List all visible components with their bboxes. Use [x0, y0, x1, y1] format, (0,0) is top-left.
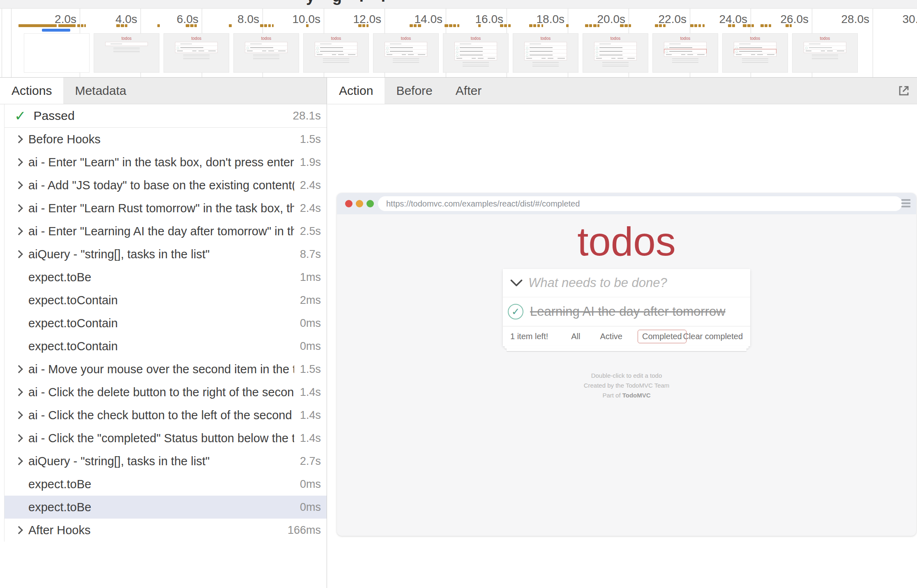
film-strip-thumbnail[interactable]: todos — [373, 33, 439, 73]
thumbnail-card — [175, 42, 218, 53]
filter-active[interactable]: Active — [596, 330, 627, 343]
open-snapshot-button[interactable] — [891, 78, 917, 104]
action-time-mark — [366, 24, 369, 27]
tab-before[interactable]: Before — [385, 78, 444, 104]
traffic-light-minimize[interactable] — [356, 200, 363, 207]
action-time-mark — [268, 24, 271, 27]
todomvc-link[interactable]: TodoMVC — [622, 392, 651, 399]
action-row[interactable]: expect.toContain2ms — [5, 289, 327, 312]
expand-chevron-icon[interactable] — [14, 251, 28, 257]
action-row-label: After Hooks — [28, 524, 282, 537]
action-row[interactable]: expect.toBe1ms — [5, 266, 327, 289]
action-row[interactable]: After Hooks166ms — [5, 519, 327, 542]
film-strip-thumbnail[interactable]: todos — [164, 33, 229, 73]
timeline-tick-label: 4.0s — [88, 13, 137, 26]
action-row-duration: 1.9s — [300, 156, 321, 169]
action-row[interactable]: expect.toContain0ms — [5, 312, 327, 335]
action-time-mark — [529, 24, 532, 27]
expand-chevron-icon[interactable] — [14, 458, 28, 464]
action-row-duration: 2.4s — [300, 179, 321, 192]
film-strip-thumbnail[interactable]: todos — [303, 33, 369, 73]
timeline[interactable]: 2.0s4.0s6.0s8.0s10.0s12.0s14.0s16.0s18.0… — [0, 9, 917, 78]
film-strip-thumbnail[interactable]: todos — [652, 33, 718, 73]
action-row-duration: 0ms — [300, 478, 321, 491]
thumbnail-info-lines — [812, 55, 838, 59]
film-strip-thumbnail[interactable]: todos — [722, 33, 788, 73]
action-row[interactable]: ai - Click the check button to the left … — [5, 404, 327, 427]
thumbnail-todos-title: todos — [234, 37, 299, 41]
filter-all[interactable]: All — [567, 330, 585, 343]
action-time-mark — [698, 24, 701, 27]
action-row[interactable]: ai - Move your mouse over the second ite… — [5, 358, 327, 381]
tab-after[interactable]: After — [444, 78, 493, 104]
thumbnail-card — [105, 42, 148, 46]
film-strip-thumbnail[interactable]: todos — [513, 33, 578, 73]
filter-completed[interactable]: Completed — [638, 330, 687, 343]
expand-chevron-icon[interactable] — [14, 182, 28, 188]
action-row[interactable]: ai - Enter "Learning AI the day after to… — [5, 220, 327, 243]
action-time-mark — [751, 24, 754, 27]
address-bar[interactable]: https://todomvc.com/examples/react/dist/… — [378, 196, 902, 211]
traffic-light-zoom[interactable] — [366, 200, 374, 207]
action-time-mark — [533, 24, 536, 27]
action-row[interactable]: expect.toBe0ms — [5, 496, 327, 519]
action-row[interactable]: Before Hooks1.5s — [5, 128, 327, 151]
film-strip-thumbnail[interactable]: todos — [443, 33, 509, 73]
expand-chevron-icon[interactable] — [14, 205, 28, 211]
action-row[interactable]: aiQuery - "string[], tasks in the list"2… — [5, 450, 327, 473]
thumbnail-info-lines — [253, 55, 279, 59]
expand-chevron-icon[interactable] — [14, 412, 28, 418]
expand-chevron-icon[interactable] — [14, 389, 28, 395]
expand-chevron-icon[interactable] — [14, 366, 28, 372]
action-time-mark — [157, 24, 160, 27]
thumbnail-todos-title: todos — [583, 37, 648, 41]
action-row[interactable]: expect.toBe0ms — [5, 473, 327, 496]
action-row-label: Before Hooks — [28, 133, 294, 146]
action-time-mark — [620, 24, 624, 27]
action-row[interactable]: expect.toContain0ms — [5, 335, 327, 358]
action-row-label: aiQuery - "string[], tasks in the list" — [28, 248, 294, 261]
action-row[interactable]: aiQuery - "string[], tasks in the list"8… — [5, 243, 327, 266]
menu-icon[interactable] — [901, 199, 910, 209]
thumbnail-todos-title: todos — [304, 37, 369, 41]
action-time-mark — [566, 24, 569, 27]
action-time-mark — [418, 24, 421, 27]
film-strip-thumbnail[interactable]: todos — [583, 33, 648, 73]
action-row[interactable]: ai - Click the delete button to the righ… — [5, 381, 327, 404]
thumbnail-todos-title: todos — [653, 37, 718, 41]
action-row-label: expect.toBe — [28, 271, 294, 284]
action-time-mark — [659, 24, 662, 27]
tab-metadata[interactable]: Metadata — [63, 78, 138, 104]
action-time-mark — [121, 24, 124, 27]
tab-action[interactable]: Action — [327, 78, 385, 104]
timeline-tick-label: 24.0s — [698, 13, 747, 26]
expand-chevron-icon[interactable] — [14, 159, 28, 165]
toggle-all-chevron-icon[interactable] — [510, 279, 523, 287]
action-time-mark — [410, 24, 413, 27]
tab-actions[interactable]: Actions — [0, 78, 63, 104]
action-time-mark — [272, 24, 274, 27]
action-row[interactable]: ai - Enter "Learn Rust tomorrow" in the … — [5, 197, 327, 220]
film-strip-thumbnail[interactable]: todos — [233, 33, 299, 73]
thumbnail-card — [524, 42, 567, 60]
traffic-light-close[interactable] — [345, 200, 353, 207]
expand-chevron-icon[interactable] — [14, 435, 28, 441]
action-row[interactable]: ai - Add "JS today" to base on the exist… — [5, 174, 327, 197]
expand-chevron-icon[interactable] — [14, 136, 28, 142]
film-strip-thumbnail[interactable]: todos — [94, 33, 159, 73]
action-row[interactable]: ai - Enter "Learn" in the task box, don'… — [5, 151, 327, 174]
action-row[interactable]: ai - Click the "completed" Status button… — [5, 427, 327, 450]
thumbnail-card — [315, 42, 357, 57]
action-time-mark — [541, 24, 543, 27]
film-strip-thumbnail[interactable]: todos — [792, 33, 858, 73]
action-time-mark — [186, 24, 189, 27]
expand-chevron-icon[interactable] — [14, 228, 28, 234]
film-strip-thumbnail[interactable] — [24, 33, 90, 73]
todo-item-label[interactable]: Learning AI the day after tomorrow — [530, 304, 726, 319]
action-time-mark — [629, 24, 631, 27]
action-time-mark — [504, 24, 507, 27]
expand-chevron-icon[interactable] — [14, 527, 28, 533]
thumbnail-info-lines — [183, 55, 209, 59]
new-todo-input[interactable]: What needs to be done? — [528, 276, 667, 290]
todo-toggle-checkbox[interactable]: ✓ — [508, 304, 523, 319]
